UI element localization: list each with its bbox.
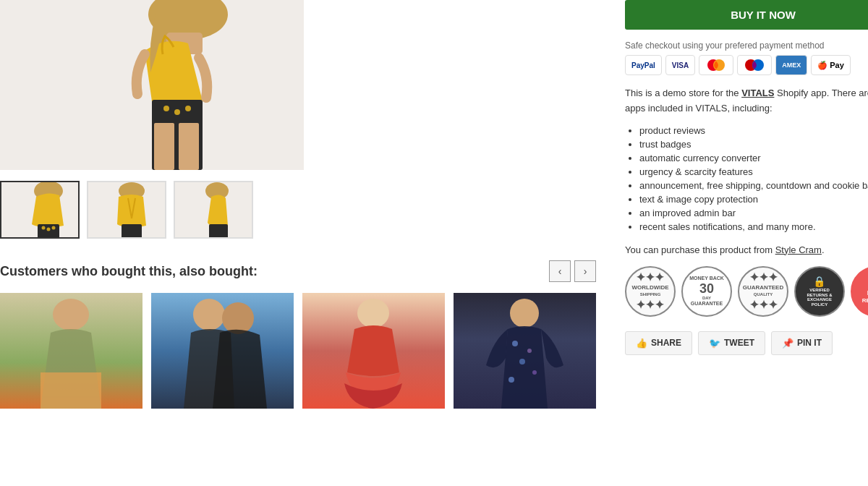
svg-point-25 xyxy=(53,299,89,331)
related-product-3[interactable] xyxy=(302,293,445,409)
feature-item-6: text & image copy protection xyxy=(639,192,868,206)
thumbnail-row xyxy=(0,181,596,239)
svg-rect-26 xyxy=(41,372,101,409)
vitals-link[interactable]: VITALS xyxy=(741,88,774,98)
trust-badge-money-back: MONEY BACK 30 DAY GUARANTEE xyxy=(681,266,732,317)
svg-point-29 xyxy=(222,302,254,334)
feature-item-7: an improved admin bar xyxy=(639,206,868,220)
product-info-panel: BUY IT NOW Safe checkout using your pref… xyxy=(625,0,868,409)
svg-point-5 xyxy=(163,106,169,111)
share-label: SHARE xyxy=(651,338,681,348)
purchase-text-start: You can purchase this product from xyxy=(625,244,775,255)
checkout-safe-text: Safe checkout using your prefered paymen… xyxy=(625,40,868,51)
svg-point-14 xyxy=(47,228,51,231)
product-images: Customers who bought this, also bought: … xyxy=(0,0,596,409)
share-twitter-button[interactable]: 🐦 TWEET xyxy=(698,331,765,355)
feature-item-3: automatic currency converter xyxy=(639,151,868,165)
svg-rect-23 xyxy=(209,224,228,239)
thumbnail-3[interactable] xyxy=(174,181,253,239)
thumbnail-1[interactable] xyxy=(0,181,80,239)
svg-point-15 xyxy=(52,226,56,230)
pin-label: PIN IT xyxy=(797,338,822,348)
trust-badge-easy-returns: 🚚 EASY RETURNS xyxy=(851,266,868,317)
pinterest-icon: 📌 xyxy=(782,338,793,349)
purchase-period: . xyxy=(822,244,825,255)
related-product-4-image xyxy=(454,293,596,409)
related-product-3-image xyxy=(302,293,445,409)
feature-item-8: recent sales notifications, and many mor… xyxy=(639,220,868,234)
thumbnail-2[interactable] xyxy=(87,181,166,239)
svg-point-33 xyxy=(510,299,539,328)
demo-text-start: This is a demo store for the xyxy=(625,88,741,98)
share-pinterest-button[interactable]: 📌 PIN IT xyxy=(771,331,833,355)
tweet-label: TWEET xyxy=(724,338,754,348)
page-wrapper: Customers who bought this, also bought: … xyxy=(0,0,868,423)
svg-rect-9 xyxy=(179,123,199,170)
customers-title: Customers who bought this, also bought: xyxy=(0,264,258,279)
feature-item-1: product reviews xyxy=(639,124,868,137)
svg-point-28 xyxy=(193,299,225,331)
amex-icon: AMEX xyxy=(775,55,807,75)
related-product-4[interactable] xyxy=(454,293,596,409)
feature-item-4: urgency & scarcity features xyxy=(639,165,868,179)
buy-now-button[interactable]: BUY IT NOW xyxy=(625,0,868,30)
trust-badge-quality: ✦✦✦ GUARANTEED QUALITY ✦✦✦ xyxy=(738,266,788,317)
svg-rect-12 xyxy=(38,224,59,239)
svg-rect-20 xyxy=(122,224,142,239)
checkout-safe: Safe checkout using your prefered paymen… xyxy=(625,40,868,75)
svg-point-36 xyxy=(519,359,525,364)
svg-point-34 xyxy=(512,341,518,346)
svg-point-6 xyxy=(174,109,180,115)
related-products-grid xyxy=(0,293,596,409)
carousel-next-button[interactable]: › xyxy=(574,260,596,282)
related-product-2[interactable] xyxy=(151,293,294,409)
twitter-icon: 🐦 xyxy=(709,338,720,349)
svg-point-7 xyxy=(185,106,191,111)
maestro-icon xyxy=(737,55,772,75)
trust-badges-row: ✦✦✦ WORLDWIDE SHIPPING ✦✦✦ MONEY BACK 30… xyxy=(625,266,868,317)
svg-point-13 xyxy=(42,226,46,230)
payment-icons-row: PayPal VISA xyxy=(625,55,868,75)
svg-point-38 xyxy=(509,377,514,383)
demo-store-description: This is a demo store for the VITALS Shop… xyxy=(625,86,868,116)
carousel-nav: ‹ › xyxy=(549,260,596,282)
related-product-1[interactable] xyxy=(0,293,142,409)
apple-pay-icon: 🍎 Pay xyxy=(811,55,851,75)
svg-point-35 xyxy=(527,349,532,353)
customers-header: Customers who bought this, also bought: … xyxy=(0,260,596,282)
add-to-cart-area: BUY IT NOW xyxy=(625,0,868,30)
feature-item-5: announcement, free shipping, countdown a… xyxy=(639,179,868,192)
customers-section: Customers who bought this, also bought: … xyxy=(0,260,596,409)
share-facebook-button[interactable]: 👍 SHARE xyxy=(625,331,692,355)
svg-point-37 xyxy=(532,370,537,375)
mastercard-icon xyxy=(699,55,733,75)
feature-item-2: trust badges xyxy=(639,137,868,151)
related-product-2-image xyxy=(151,293,294,409)
purchase-from-text: You can purchase this product from Style… xyxy=(625,244,868,255)
product-section: Customers who bought this, also bought: … xyxy=(0,0,868,423)
visa-icon: VISA xyxy=(665,55,695,75)
carousel-prev-button[interactable]: ‹ xyxy=(549,260,571,282)
facebook-icon: 👍 xyxy=(636,338,647,349)
svg-point-31 xyxy=(357,299,389,328)
features-list: product reviews trust badges automatic c… xyxy=(639,124,868,234)
style-cram-link[interactable]: Style Cram xyxy=(775,244,822,255)
share-buttons-row: 👍 SHARE 🐦 TWEET 📌 PIN IT xyxy=(625,331,868,355)
related-product-1-image xyxy=(0,293,142,409)
trust-badge-verified: 🔒 VERIFIEDRETURNS &EXCHANGEPOLICY xyxy=(794,266,845,317)
svg-rect-8 xyxy=(154,123,174,170)
paypal-icon: PayPal xyxy=(625,55,662,75)
trust-badge-shipping: ✦✦✦ WORLDWIDE SHIPPING ✦✦✦ xyxy=(625,266,676,317)
main-product-image xyxy=(0,0,304,170)
